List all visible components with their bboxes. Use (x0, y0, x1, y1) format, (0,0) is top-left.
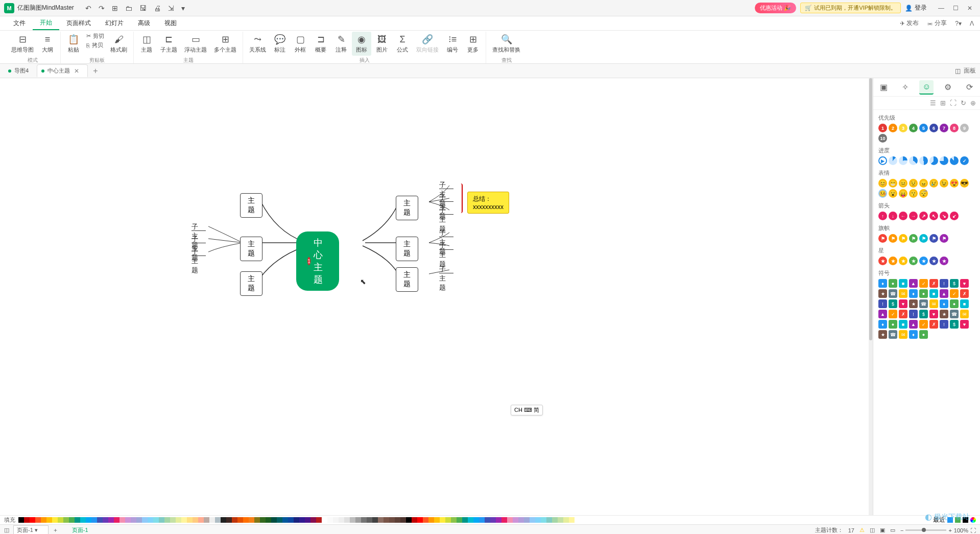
color-swatch[interactable] (271, 517, 277, 523)
symbol-icon[interactable]: $ (889, 299, 897, 308)
progress-75[interactable] (940, 156, 948, 165)
color-swatch[interactable] (69, 517, 75, 523)
hyperlink-button[interactable]: 🔗双向链接 (413, 32, 442, 56)
color-swatch[interactable] (569, 517, 575, 523)
color-swatch[interactable] (541, 517, 546, 523)
icon-button[interactable]: ◉图标 (352, 32, 371, 56)
maximize-icon[interactable]: ☐ (949, 3, 962, 13)
copy-button[interactable]: ⎘ 拷贝 (84, 41, 106, 50)
symbol-icon[interactable]: ★ (909, 299, 918, 308)
color-swatch[interactable] (148, 517, 153, 523)
symbol-icon[interactable]: ♥ (960, 279, 969, 288)
tab-close-icon[interactable]: ✕ (74, 67, 79, 75)
priority-7[interactable]: 7 (940, 124, 948, 132)
symbol-icon[interactable]: $ (950, 279, 959, 288)
branch-node-left-3[interactable]: 主题 (240, 271, 262, 296)
symbol-icon[interactable]: ● (950, 299, 959, 308)
color-swatch[interactable] (170, 517, 176, 523)
share-action[interactable]: ⫘ 分享 (927, 19, 947, 28)
emoji-grin[interactable]: 😁 (889, 179, 897, 188)
branch-node-right-2[interactable]: 主题 (396, 237, 418, 261)
arrow-left[interactable]: ← (899, 212, 907, 220)
color-swatch[interactable] (518, 517, 524, 523)
star-red[interactable]: ★ (878, 257, 887, 265)
color-swatch[interactable] (30, 517, 35, 523)
priority-10[interactable]: 10 (878, 134, 887, 143)
progress-87[interactable] (950, 156, 959, 165)
fullscreen-icon[interactable]: ⛶ (970, 527, 976, 533)
find-replace-button[interactable]: 🔍查找和替换 (489, 32, 523, 56)
collapse-ribbon-icon[interactable]: ᐱ (970, 19, 974, 28)
color-swatch[interactable] (41, 517, 46, 523)
paste-button[interactable]: 📋粘贴 (64, 32, 83, 56)
doc-tab-1[interactable]: 导图4 (4, 65, 37, 77)
color-swatch[interactable] (389, 517, 395, 523)
panel-tab-history[interactable]: ⟳ (962, 80, 976, 95)
color-swatch[interactable] (327, 517, 333, 523)
color-swatch[interactable] (350, 517, 355, 523)
menu-slides[interactable]: 幻灯片 (98, 17, 131, 30)
symbol-icon[interactable]: ● (919, 289, 928, 298)
color-swatch[interactable] (563, 517, 569, 523)
flag-orange[interactable]: ⚑ (889, 234, 897, 243)
priority-9[interactable]: 9 (960, 124, 969, 132)
leaf-node[interactable]: 子主题 (192, 247, 198, 275)
progress-12[interactable] (889, 156, 897, 165)
close-icon[interactable]: ✕ (964, 3, 976, 13)
symbol-icon[interactable]: ✓ (889, 310, 897, 318)
color-swatch[interactable] (209, 517, 215, 523)
view-grid-icon[interactable]: ⊞ (940, 99, 946, 107)
menu-start[interactable]: 开始 (33, 16, 59, 30)
color-swatch[interactable] (114, 517, 119, 523)
priority-8[interactable]: 8 (950, 124, 959, 132)
star-purple[interactable]: ★ (940, 257, 948, 265)
menu-view[interactable]: 视图 (157, 17, 184, 30)
color-swatch[interactable] (400, 517, 406, 523)
floating-topic-button[interactable]: ▭浮动主题 (181, 32, 210, 56)
ime-indicator[interactable]: CH ⌨ 简 (511, 405, 543, 415)
color-swatch[interactable] (176, 517, 181, 523)
symbol-icon[interactable]: ♦ (878, 279, 887, 288)
color-picker-icon[interactable] (970, 517, 976, 523)
progress-25[interactable] (899, 156, 907, 165)
color-swatch[interactable] (316, 517, 322, 523)
doc-tab-2[interactable]: 中心主题 ✕ (37, 64, 88, 77)
color-swatch[interactable] (384, 517, 389, 523)
undo-icon[interactable]: ↶ (84, 3, 92, 13)
emoji-angry[interactable]: 😠 (919, 179, 928, 188)
multi-topic-button[interactable]: ⊞多个主题 (211, 32, 240, 56)
color-swatch[interactable] (440, 517, 445, 523)
menu-advanced[interactable]: 高级 (131, 17, 157, 30)
emoji-tongue[interactable]: 😛 (899, 189, 907, 198)
color-swatch[interactable] (249, 517, 254, 523)
color-swatch[interactable] (63, 517, 69, 523)
symbol-icon[interactable]: ■ (929, 289, 938, 298)
color-swatch[interactable] (395, 517, 400, 523)
symbol-icon[interactable]: ■ (960, 299, 969, 308)
symbol-icon[interactable]: ✗ (960, 289, 969, 298)
presentation-icon[interactable]: ▭ (890, 527, 895, 533)
image-button[interactable]: 🖼图片 (372, 32, 392, 56)
summary-button[interactable]: ⊐概要 (311, 32, 330, 56)
color-swatch[interactable] (310, 517, 316, 523)
outline-mode-button[interactable]: ≡大纲 (38, 32, 57, 56)
color-swatch[interactable] (58, 517, 63, 523)
view-add-icon[interactable]: ⊕ (970, 99, 976, 107)
color-swatch[interactable] (52, 517, 58, 523)
color-swatch[interactable] (434, 517, 440, 523)
star-indigo[interactable]: ★ (929, 257, 938, 265)
tab-add-button[interactable]: + (88, 64, 103, 78)
open-icon[interactable]: 🗀 (124, 3, 133, 13)
color-swatch[interactable] (266, 517, 271, 523)
color-swatch[interactable] (423, 517, 428, 523)
color-swatch[interactable] (473, 517, 479, 523)
color-swatch[interactable] (445, 517, 451, 523)
color-swatch[interactable] (294, 517, 299, 523)
color-swatch[interactable] (187, 517, 193, 523)
export-icon[interactable]: ⇲ (167, 3, 175, 13)
menu-file[interactable]: 文件 (6, 17, 33, 30)
view-expand-icon[interactable]: ⛶ (950, 99, 957, 107)
color-swatch[interactable] (507, 517, 513, 523)
color-swatch[interactable] (490, 517, 496, 523)
symbol-icon[interactable]: ■ (899, 279, 907, 288)
